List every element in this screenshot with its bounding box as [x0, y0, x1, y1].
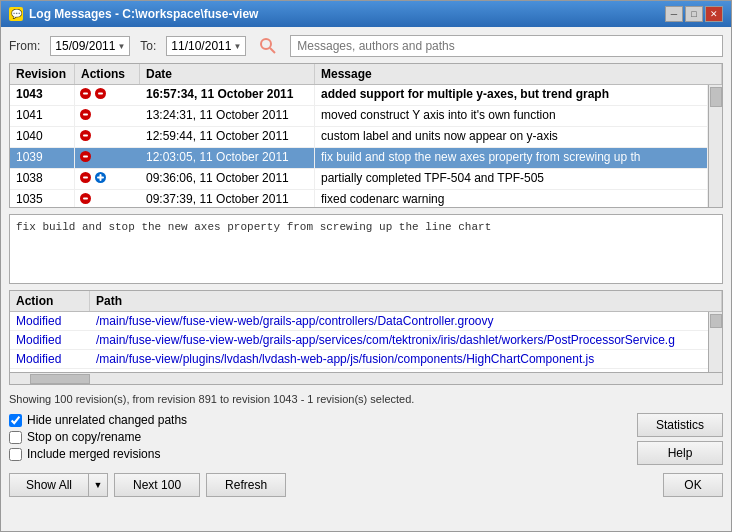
options-area: Hide unrelated changed paths Stop on cop… — [9, 413, 723, 465]
hide-unrelated-label: Hide unrelated changed paths — [27, 413, 187, 427]
hide-unrelated-input[interactable] — [9, 414, 22, 427]
table-scrollbar[interactable] — [708, 85, 722, 207]
svg-rect-13 — [83, 177, 88, 179]
action-icon — [79, 108, 92, 124]
paths-scrollbar[interactable] — [708, 312, 722, 372]
col-date: Date — [140, 64, 315, 84]
search-button[interactable] — [256, 35, 280, 57]
next-100-button[interactable]: Next 100 — [114, 473, 200, 497]
cell-date: 09:36:06, 11 October 2011 — [140, 169, 315, 189]
cell-path-action: Modified — [10, 331, 90, 349]
ok-button[interactable]: OK — [663, 473, 723, 497]
svg-rect-3 — [83, 93, 88, 95]
action-icon — [79, 87, 92, 103]
paths-horiz-scrollbar[interactable] — [10, 372, 722, 384]
to-date-arrow: ▼ — [233, 42, 241, 51]
paths-body: Modified/main/fuse-view/fuse-view-web/gr… — [10, 312, 708, 372]
from-label: From: — [9, 39, 40, 53]
svg-line-1 — [270, 48, 275, 53]
cell-date: 13:24:31, 11 October 2011 — [140, 106, 315, 126]
paths-table: Action Path Modified/main/fuse-view/fuse… — [9, 290, 723, 385]
statistics-button[interactable]: Statistics — [637, 413, 723, 437]
cell-actions — [75, 190, 140, 207]
cell-message: fixed codenarc warning — [315, 190, 708, 207]
stop-on-copy-checkbox[interactable]: Stop on copy/rename — [9, 430, 187, 444]
col-actions: Actions — [75, 64, 140, 84]
to-date-value: 11/10/2011 — [171, 39, 231, 53]
from-date-picker[interactable]: 15/09/2011 ▼ — [50, 36, 130, 56]
cell-revision: 1035 — [10, 190, 75, 207]
to-date-picker[interactable]: 11/10/2011 ▼ — [166, 36, 246, 56]
col-path-action: Action — [10, 291, 90, 311]
window-title: Log Messages - C:\workspace\fuse-view — [29, 7, 258, 21]
cell-path-action: Modified — [10, 312, 90, 330]
cell-date: 09:37:39, 11 October 2011 — [140, 190, 315, 207]
svg-rect-5 — [98, 93, 103, 95]
cell-path-value: /main/fuse-view/fuse-view-web/grails-app… — [90, 331, 708, 349]
from-date-value: 15/09/2011 — [55, 39, 115, 53]
title-bar: 💬 Log Messages - C:\workspace\fuse-view … — [1, 1, 731, 27]
stop-on-copy-input[interactable] — [9, 431, 22, 444]
cell-revision: 1038 — [10, 169, 75, 189]
cell-message: moved construct Y axis into it's own fun… — [315, 106, 708, 126]
cell-date: 12:59:44, 11 October 2011 — [140, 127, 315, 147]
col-path-value: Path — [90, 291, 722, 311]
col-revision: Revision — [10, 64, 75, 84]
close-button[interactable]: ✕ — [705, 6, 723, 22]
path-row[interactable]: Modified/main/fuse-view/fuse-view-web/gr… — [10, 331, 708, 350]
table-row[interactable]: 103809:36:06, 11 October 2011partially c… — [10, 169, 708, 190]
cell-message: fix build and stop the new axes property… — [315, 148, 708, 168]
cell-actions — [75, 85, 140, 105]
right-buttons: Statistics Help — [637, 413, 723, 465]
svg-rect-7 — [83, 114, 88, 116]
path-row[interactable]: Modified/main/fuse-view/plugins/lvdash/l… — [10, 350, 708, 369]
status-bar: Showing 100 revision(s), from revision 8… — [9, 391, 723, 407]
action-icon — [94, 87, 107, 103]
revisions-table: Revision Actions Date Message 104316:57:… — [9, 63, 723, 208]
cell-actions — [75, 169, 140, 189]
include-merged-input[interactable] — [9, 448, 22, 461]
from-date-arrow: ▼ — [117, 42, 125, 51]
app-icon: 💬 — [9, 7, 23, 21]
show-all-button[interactable]: Show All — [10, 474, 89, 496]
table-body: 104316:57:34, 11 October 2011added suppo… — [10, 85, 708, 207]
cell-revision: 1041 — [10, 106, 75, 126]
bottom-bar: Show All ▼ Next 100 Refresh OK — [9, 473, 723, 497]
svg-rect-9 — [83, 135, 88, 137]
include-merged-checkbox[interactable]: Include merged revisions — [9, 447, 187, 461]
table-row[interactable]: 104113:24:31, 11 October 2011moved const… — [10, 106, 708, 127]
help-button[interactable]: Help — [637, 441, 723, 465]
window-controls: ─ □ ✕ — [665, 6, 723, 22]
action-icon — [94, 171, 107, 187]
table-row[interactable]: 103509:37:39, 11 October 2011fixed coden… — [10, 190, 708, 207]
cell-revision: 1043 — [10, 85, 75, 105]
cell-path-value: /main/fuse-view/plugins/lvdash/lvdash-we… — [90, 350, 708, 368]
cell-date: 12:03:05, 11 October 2011 — [140, 148, 315, 168]
include-merged-label: Include merged revisions — [27, 447, 160, 461]
search-icon — [259, 37, 277, 55]
cell-path-value: /main/fuse-view/fuse-view-web/grails-app… — [90, 312, 708, 330]
cell-revision: 1040 — [10, 127, 75, 147]
table-row[interactable]: 104316:57:34, 11 October 2011added suppo… — [10, 85, 708, 106]
hide-unrelated-checkbox[interactable]: Hide unrelated changed paths — [9, 413, 187, 427]
svg-point-0 — [261, 39, 271, 49]
search-input[interactable] — [290, 35, 723, 57]
col-message: Message — [315, 64, 722, 84]
action-icon — [79, 171, 92, 187]
action-icon — [79, 150, 92, 166]
stop-on-copy-label: Stop on copy/rename — [27, 430, 141, 444]
cell-message: partially completed TPF-504 and TPF-505 — [315, 169, 708, 189]
cell-date: 16:57:34, 11 October 2011 — [140, 85, 315, 105]
maximize-button[interactable]: □ — [685, 6, 703, 22]
table-row[interactable]: 103912:03:05, 11 October 2011fix build a… — [10, 148, 708, 169]
minimize-button[interactable]: ─ — [665, 6, 683, 22]
refresh-button[interactable]: Refresh — [206, 473, 286, 497]
path-row[interactable]: Modified/main/fuse-view/fuse-view-web/gr… — [10, 312, 708, 331]
show-all-wrapper: Show All ▼ — [9, 473, 108, 497]
cell-actions — [75, 148, 140, 168]
cell-revision: 1039 — [10, 148, 75, 168]
show-all-dropdown[interactable]: ▼ — [89, 474, 107, 496]
table-row[interactable]: 104012:59:44, 11 October 2011custom labe… — [10, 127, 708, 148]
to-label: To: — [140, 39, 156, 53]
cell-message: added support for multiple y-axes, but t… — [315, 85, 708, 105]
